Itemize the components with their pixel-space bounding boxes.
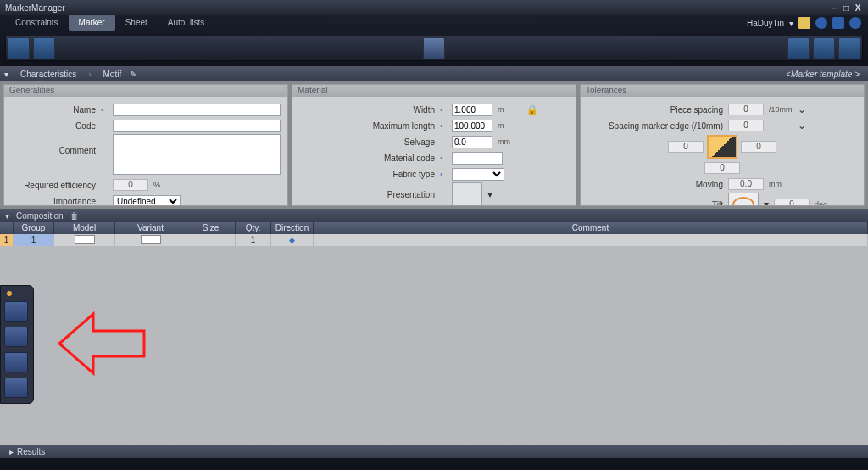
tab-autolists[interactable]: Auto. lists [158,15,214,31]
motif-edit-icon[interactable]: ✎ [130,70,136,79]
separator-icon: › [85,70,94,79]
cell-comment[interactable] [314,234,868,246]
minimize-button[interactable]: – [829,3,839,13]
model-picker-icon[interactable] [75,235,95,244]
lock-icon[interactable]: 🔒 [526,104,538,115]
moving-unit: mm [769,180,793,188]
characteristics-bar: ▾ Characteristics › Motif ✎ <Marker temp… [0,66,868,81]
th-qty[interactable]: Qty. [236,222,271,234]
spmarker-value[interactable]: 0 [728,120,764,131]
results-bar[interactable]: ▸ Results [0,445,868,458]
edge-right-value[interactable]: 0 [741,141,776,153]
maxlen-input[interactable] [452,120,492,132]
matcode-input[interactable] [452,152,503,165]
edge-left-value[interactable]: 0 [668,141,704,153]
bottom-gap [0,458,868,470]
selvage-input[interactable] [452,136,492,148]
cell-qty[interactable]: 1 [236,234,271,246]
ribbon-open-icon[interactable] [33,37,55,59]
matcode-label: Material code [299,154,435,163]
width-input[interactable] [452,104,492,116]
table-row[interactable]: 1 1 1 ◆ [0,234,868,246]
side-dock [0,285,34,404]
th-size[interactable]: Size [186,222,236,234]
ribbon-action2-icon[interactable] [813,37,835,59]
edge-bottom-value[interactable]: 0 [704,162,740,174]
cell-model[interactable] [54,234,115,246]
header-area: Constraints Marker Sheet Auto. lists HaD… [0,15,868,66]
window-controls: – □ X [829,3,863,13]
tilt-label: Tilt [587,200,723,206]
close-button[interactable]: X [853,3,863,13]
expand-results-icon[interactable]: ▸ [5,447,17,456]
cell-size[interactable] [186,234,236,246]
collapse-characteristics-icon[interactable]: ▾ [0,70,12,79]
options-icon[interactable] [815,17,827,29]
user-caret-icon[interactable]: ▾ [789,19,793,28]
help-icon[interactable] [849,17,861,29]
fabrictype-label: Fabric type [299,170,435,179]
dock-tool4-icon[interactable] [4,378,28,398]
maxlen-label: Maximum length [299,121,435,131]
tab-marker[interactable]: Marker [69,15,115,31]
width-unit: m [498,105,521,114]
marker-template-link[interactable]: <Marker template > [786,70,868,79]
variant-picker-icon[interactable] [141,235,161,244]
th-idx [0,222,14,234]
composition-tool-icon[interactable]: 🗑 [70,211,79,221]
maxlen-unit: m [498,121,521,130]
th-direction[interactable]: Direction [271,222,314,234]
spmarker-expand-icon[interactable]: ⌄ [798,120,806,131]
selvage-label: Selvage [299,137,435,147]
dock-tool3-icon[interactable] [4,352,28,372]
comment-label: Comment [11,134,96,155]
motif-preview-icon[interactable] [707,135,737,159]
ribbon-clipboard-icon[interactable] [423,37,445,59]
code-input[interactable] [113,120,281,132]
th-comment[interactable]: Comment [314,222,868,234]
maximize-button[interactable]: □ [841,3,851,13]
spmarker-label: Spacing marker edge (/10mm) [587,121,723,131]
presentation-dropdown-icon[interactable]: ▾ [487,188,492,200]
characteristics-label: Characteristics [12,70,85,79]
cell-direction[interactable]: ◆ [271,234,314,246]
bookmark-icon[interactable] [798,17,810,29]
piecesp-value[interactable]: 0 [728,104,764,115]
fabrictype-select[interactable] [452,168,504,181]
piecesp-expand-icon[interactable]: ⌄ [798,104,806,115]
ribbon-new-icon[interactable] [8,37,30,59]
moving-value[interactable]: 0.0 [728,178,764,190]
dock-tool2-icon[interactable] [4,327,28,347]
cell-variant[interactable] [115,234,186,246]
reqeff-value[interactable]: 0 [113,179,148,191]
tilt-dropdown-icon[interactable]: ▾ [764,199,769,205]
th-group[interactable]: Group [14,222,54,234]
composition-title: Composition [16,211,64,221]
app-title: MarkerManager [5,3,65,13]
composition-table-header: Group Model Variant Size Qty. Direction … [0,222,868,234]
ribbon-action1-icon[interactable] [787,37,810,59]
tab-constraints[interactable]: Constraints [5,15,69,31]
tilt-icon[interactable] [728,193,759,205]
th-model[interactable]: Model [54,222,115,234]
name-input[interactable] [113,104,281,116]
user-name[interactable]: HaDuyTin [747,19,784,28]
ribbon-toolbar [5,36,863,61]
tilt-value[interactable]: 0 [774,199,810,205]
ribbon-action3-icon[interactable] [838,37,860,59]
presentation-label: Presentation [299,190,435,199]
dock-indicator-icon [7,291,12,296]
collapse-composition-icon[interactable]: ▾ [5,211,9,221]
cell-group[interactable]: 1 [14,234,54,246]
presentation-icon[interactable] [452,182,482,205]
th-variant[interactable]: Variant [115,222,186,234]
importance-select[interactable]: Undefined [113,195,181,206]
tab-sheet[interactable]: Sheet [115,15,158,31]
reqeff-unit: % [153,181,177,189]
refresh-icon[interactable] [832,17,844,29]
comment-textarea[interactable] [113,134,281,175]
dock-tool1-icon[interactable] [4,301,28,322]
results-title: Results [17,447,45,456]
required-mark-icon: • [101,105,108,115]
motif-label[interactable]: Motif [94,70,130,79]
